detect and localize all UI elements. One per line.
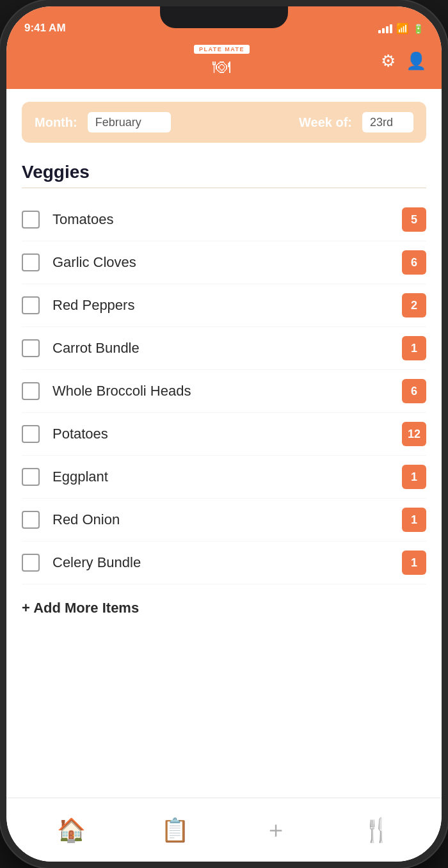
list-item: Eggplant1 — [22, 456, 426, 499]
nav-add-button[interactable]: ＋ — [258, 808, 294, 852]
selector-bar: Month: February Week of: 23rd — [22, 102, 426, 143]
item-name: Tomatoes — [52, 211, 402, 228]
month-dropdown[interactable]: February — [88, 112, 171, 133]
item-name: Whole Broccoli Heads — [52, 383, 402, 399]
list-item: Garlic Cloves6 — [22, 241, 426, 284]
item-checkbox[interactable] — [22, 339, 40, 357]
list-item: Carrot Bundle1 — [22, 327, 426, 370]
item-checkbox[interactable] — [22, 253, 40, 271]
section-divider — [22, 188, 426, 188]
item-checkbox[interactable] — [22, 425, 40, 443]
items-list: Tomatoes5Garlic Cloves6Red Peppers2Carro… — [22, 198, 426, 584]
bottom-nav: 🏠 📋 ＋ 🍴 — [6, 798, 442, 862]
content-area: Veggies Tomatoes5Garlic Cloves6Red Peppe… — [6, 156, 442, 798]
status-icons: 📶 🔋 — [378, 22, 424, 35]
item-quantity-badge: 5 — [402, 207, 426, 232]
signal-icon — [378, 24, 392, 33]
logo-icon: 🍽 — [212, 56, 230, 77]
item-name: Red Peppers — [52, 297, 402, 314]
list-item: Celery Bundle1 — [22, 542, 426, 584]
item-quantity-badge: 1 — [402, 465, 426, 489]
item-quantity-badge: 6 — [402, 250, 426, 275]
section-title: Veggies — [22, 162, 426, 182]
nav-home-button[interactable]: 🏠 — [51, 810, 92, 850]
item-checkbox[interactable] — [22, 554, 40, 572]
home-icon: 🏠 — [57, 817, 86, 844]
week-dropdown[interactable]: 23rd — [362, 112, 413, 133]
item-quantity-badge: 1 — [402, 508, 426, 532]
wifi-icon: 📶 — [396, 22, 409, 35]
recipe-icon: 🍴 — [362, 817, 391, 844]
settings-button[interactable]: ⚙ — [381, 51, 396, 71]
list-item: Potatoes12 — [22, 413, 426, 456]
battery-icon: 🔋 — [413, 24, 424, 34]
list-icon: 📋 — [161, 817, 189, 844]
item-checkbox[interactable] — [22, 211, 40, 229]
list-item: Tomatoes5 — [22, 198, 426, 241]
phone-frame: 9:41 AM 📶 🔋 PLATE MATE 🍽 ⚙ 👤 — [0, 0, 448, 868]
item-quantity-badge: 1 — [402, 551, 426, 575]
week-label: Week of: — [299, 115, 352, 130]
item-name: Eggplant — [52, 469, 402, 485]
nav-recipe-button[interactable]: 🍴 — [356, 810, 397, 850]
item-name: Carrot Bundle — [52, 340, 402, 357]
add-icon: ＋ — [264, 814, 287, 846]
item-quantity-badge: 1 — [402, 336, 426, 360]
phone-screen: 9:41 AM 📶 🔋 PLATE MATE 🍽 ⚙ 👤 — [6, 6, 442, 862]
item-checkbox[interactable] — [22, 296, 40, 314]
add-more-button[interactable]: + Add More Items — [22, 600, 139, 616]
item-name: Celery Bundle — [52, 554, 402, 571]
list-item: Whole Broccoli Heads6 — [22, 370, 426, 413]
logo-badge: PLATE MATE — [194, 45, 250, 54]
item-checkbox[interactable] — [22, 468, 40, 486]
item-name: Potatoes — [52, 426, 402, 442]
item-checkbox[interactable] — [22, 511, 40, 529]
status-time: 9:41 AM — [24, 22, 66, 35]
header-actions: ⚙ 👤 — [381, 51, 426, 71]
profile-button[interactable]: 👤 — [406, 51, 426, 71]
app-header: PLATE MATE 🍽 ⚙ 👤 — [6, 38, 442, 89]
notch — [160, 6, 288, 28]
list-item: Red Onion1 — [22, 499, 426, 542]
month-label: Month: — [35, 115, 77, 130]
item-quantity-badge: 6 — [402, 379, 426, 403]
item-quantity-badge: 12 — [402, 422, 426, 446]
item-name: Garlic Cloves — [52, 254, 402, 271]
item-name: Red Onion — [52, 511, 402, 528]
list-item: Red Peppers2 — [22, 284, 426, 327]
logo-container: PLATE MATE 🍽 — [194, 45, 250, 77]
item-checkbox[interactable] — [22, 382, 40, 400]
nav-list-button[interactable]: 📋 — [154, 810, 196, 850]
item-quantity-badge: 2 — [402, 293, 426, 317]
